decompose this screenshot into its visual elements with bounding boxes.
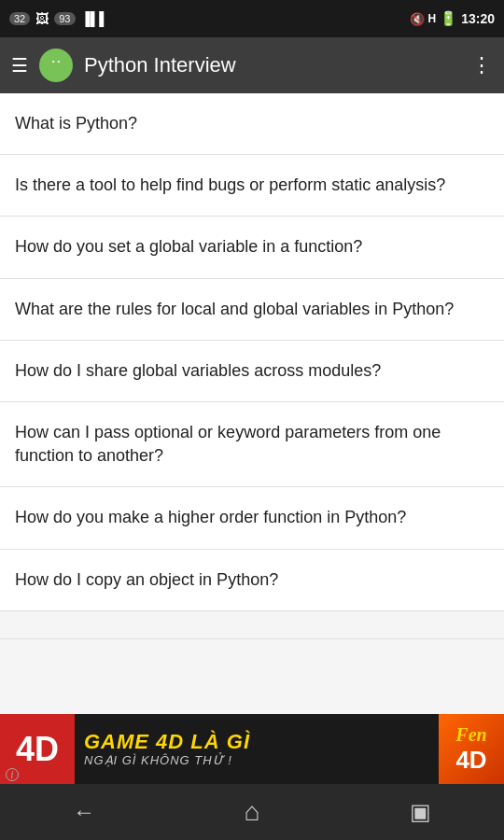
photo-icon: 🖼 (35, 11, 49, 26)
list-item[interactable]: What is Python? (0, 93, 504, 155)
question-list: What is Python? Is there a tool to help … (0, 93, 504, 639)
ad-info-icon: i (6, 768, 19, 781)
svg-rect-9 (58, 77, 62, 78)
battery-icon: 🔋 (440, 10, 457, 27)
list-item-text: How do I share global variables across m… (15, 361, 381, 380)
list-item[interactable]: How do you set a global variable in a fu… (0, 217, 504, 278)
list-item[interactable]: Is there a tool to help find bugs or per… (0, 155, 504, 217)
svg-rect-5 (49, 68, 63, 77)
ad-logo-text: 4D (16, 730, 59, 769)
notif-badge-1: 32 (9, 12, 30, 25)
back-icon: ← (73, 799, 95, 825)
ad-right-brand: Fen (455, 724, 486, 746)
ad-content: GAME 4D LÀ GÌ NGẠI GÌ KHÔNG THỬ ! (75, 723, 439, 775)
ad-banner[interactable]: i 4D GAME 4D LÀ GÌ NGẠI GÌ KHÔNG THỬ ! F… (0, 714, 504, 784)
list-item[interactable]: How do you make a higher order function … (0, 487, 504, 549)
svg-line-3 (50, 53, 53, 56)
svg-rect-7 (64, 68, 68, 76)
app-bar: ☰ Python Interview ⋮ (0, 37, 504, 93)
status-right: 🔇 H 🔋 13:20 (410, 10, 495, 27)
home-icon: ⌂ (245, 797, 260, 827)
ad-right-num: 4D (455, 746, 486, 775)
svg-line-4 (59, 53, 62, 56)
list-item[interactable]: How can I pass optional or keyword param… (0, 402, 504, 487)
svg-rect-8 (50, 77, 54, 78)
svg-point-2 (58, 61, 60, 63)
notif-badge-2: 93 (54, 12, 75, 25)
back-button[interactable]: ← (56, 793, 112, 831)
time-display: 13:20 (461, 11, 495, 26)
list-item[interactable]: What are the rules for local and global … (0, 279, 504, 341)
nav-bar: ← ⌂ ▣ (0, 784, 504, 840)
mute-icon: 🔇 (410, 12, 425, 26)
list-item-text: How do you set a global variable in a fu… (15, 237, 362, 256)
android-logo-icon (43, 52, 69, 78)
svg-rect-6 (44, 68, 48, 76)
signal-strength-icon: H (428, 12, 437, 25)
recents-button[interactable]: ▣ (392, 793, 448, 831)
ad-title: GAME 4D LÀ GÌ (84, 731, 429, 753)
signal-icon: ▐▌▌ (81, 11, 109, 26)
list-item-text: Is there a tool to help find bugs or per… (15, 175, 445, 194)
more-options-icon[interactable]: ⋮ (471, 53, 493, 77)
recents-icon: ▣ (410, 799, 431, 825)
app-title: Python Interview (84, 53, 460, 77)
list-item-text: What is Python? (15, 114, 137, 133)
ad-right-image: Fen 4D (439, 714, 504, 784)
list-item-text: How do I copy an object in Python? (15, 570, 278, 589)
list-item[interactable]: How do I copy an object in Python? (0, 550, 504, 611)
status-bar: 32 🖼 93 ▐▌▌ 🔇 H 🔋 13:20 (0, 0, 504, 37)
app-logo (39, 49, 73, 82)
list-item[interactable]: How do I share global variables across m… (0, 341, 504, 402)
list-item-text: What are the rules for local and global … (15, 300, 454, 318)
list-item-text: How can I pass optional or keyword param… (15, 423, 441, 465)
status-left: 32 🖼 93 ▐▌▌ (9, 11, 108, 26)
list-item-partial[interactable] (0, 611, 504, 639)
home-button[interactable]: ⌂ (224, 793, 280, 831)
hamburger-icon[interactable]: ☰ (11, 54, 28, 77)
svg-point-1 (52, 61, 54, 63)
ad-subtitle: NGẠI GÌ KHÔNG THỬ ! (84, 753, 429, 767)
list-item-text: How do you make a higher order function … (15, 508, 406, 526)
svg-point-0 (49, 56, 63, 67)
